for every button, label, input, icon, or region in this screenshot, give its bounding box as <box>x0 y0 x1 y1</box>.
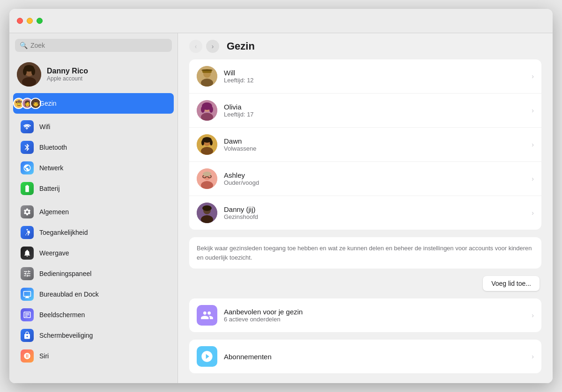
member-detail-olivia: Leeftijd: 17 <box>224 111 525 118</box>
screensaver-icon <box>21 308 34 321</box>
sidebar: 🔍 <box>9 33 178 383</box>
add-button-row: Voeg lid toe... <box>189 276 541 291</box>
sidebar-item-label-wifi: Wifi <box>39 123 50 131</box>
sidebar-item-wifi[interactable]: Wifi <box>13 116 174 137</box>
desktop-icon <box>21 288 34 301</box>
sidebar-item-weergave[interactable]: Weergave <box>13 243 174 263</box>
avatar-will <box>197 66 217 87</box>
sidebar-item-bureaublad[interactable]: Bureaublad en Dock <box>13 284 174 305</box>
wifi-icon <box>21 120 34 133</box>
back-button[interactable]: ‹ <box>189 40 202 53</box>
recommended-icon <box>197 305 217 326</box>
sidebar-item-netwerk[interactable]: Netwerk <box>13 158 174 178</box>
svg-point-25 <box>210 140 213 145</box>
member-row-ashley[interactable]: Ashley Ouder/voogd › <box>189 162 541 196</box>
member-detail-ashley: Ouder/voogd <box>224 179 525 186</box>
member-row-dawn[interactable]: Dawn Volwassene › <box>189 128 541 162</box>
avatar-dawn <box>197 134 217 155</box>
member-detail-will: Leeftijd: 12 <box>224 77 525 84</box>
svg-point-36 <box>202 205 212 211</box>
accessibility-icon <box>21 226 34 239</box>
search-bar[interactable]: 🔍 <box>15 39 172 52</box>
member-info-danny: Danny (jij) Gezinshoofd <box>224 205 525 220</box>
search-input[interactable] <box>30 42 167 49</box>
page-title: Gezin <box>227 40 255 52</box>
sidebar-item-gezin[interactable]: 🤠 👩 👨 Gezin <box>13 93 174 114</box>
members-card: Will Leeftijd: 12 › <box>189 59 541 230</box>
sidebar-item-batterij[interactable]: Batterij <box>13 178 174 199</box>
user-info: Danny Rico Apple account <box>47 67 88 82</box>
main-window: 🔍 <box>9 9 553 383</box>
svg-point-13 <box>201 69 213 71</box>
recommended-title: Aanbevolen voor je gezin <box>224 308 525 316</box>
avatar-ashley <box>197 168 217 189</box>
svg-point-24 <box>201 140 204 145</box>
member-row-danny[interactable]: Danny (jij) Gezinshoofd › <box>189 196 541 230</box>
chevron-dawn: › <box>532 141 534 148</box>
user-subtitle: Apple account <box>47 75 88 82</box>
sidebar-item-label-bureaublad: Bureaublad en Dock <box>39 290 99 298</box>
siri-icon <box>21 349 34 363</box>
traffic-lights <box>17 18 43 24</box>
sidebar-item-label-schermbeveiliging: Schermbeveiliging <box>39 332 93 339</box>
chevron-recommended: › <box>532 312 534 319</box>
svg-point-5 <box>23 68 27 75</box>
add-member-button[interactable]: Voeg lid toe... <box>483 276 540 291</box>
chevron-danny: › <box>532 209 534 217</box>
control-icon <box>21 267 34 280</box>
sidebar-item-label-netwerk: Netwerk <box>39 164 63 172</box>
display-icon <box>21 247 34 260</box>
sidebar-item-bedieningspaneel[interactable]: Bedieningspaneel <box>13 263 174 284</box>
network-icon <box>21 161 34 174</box>
sidebar-item-schermbeveiliging[interactable]: Schermbeveiliging <box>13 325 174 346</box>
member-info-olivia: Olivia Leeftijd: 17 <box>224 103 525 118</box>
forward-button[interactable]: › <box>206 40 219 53</box>
minimize-button[interactable] <box>27 18 33 24</box>
family-avatars: 🤠 👩 👨 <box>13 98 41 109</box>
member-name-dawn: Dawn <box>224 137 525 145</box>
member-row-will[interactable]: Will Leeftijd: 12 › <box>189 59 541 94</box>
member-name-danny: Danny (jij) <box>224 205 525 213</box>
search-icon: 🔍 <box>20 42 28 49</box>
sidebar-item-algemeen[interactable]: Algemeen <box>13 202 174 222</box>
description-card: Bekijk waar gezinsleden toegang toe hebb… <box>189 237 541 269</box>
bluetooth-icon <box>21 141 34 154</box>
subscriptions-card[interactable]: Abonnementen › <box>189 340 541 373</box>
member-info-ashley: Ashley Ouder/voogd <box>224 171 525 186</box>
user-name: Danny Rico <box>47 67 88 75</box>
content-area: 🔍 <box>9 33 553 383</box>
sidebar-item-bluetooth[interactable]: Bluetooth <box>13 137 174 158</box>
family-icon: 🤠 👩 👨 <box>21 97 34 110</box>
subscriptions-icon <box>197 346 217 367</box>
sidebar-item-label-beeldschermen: Beeldschermen <box>39 311 85 319</box>
close-button[interactable] <box>17 18 23 24</box>
avatar <box>17 62 41 87</box>
sidebar-item-label-algemeen: Algemeen <box>39 208 69 216</box>
recommended-info: Aanbevolen voor je gezin 6 actieve onder… <box>224 308 525 323</box>
description-text: Bekijk waar gezinsleden toegang toe hebb… <box>197 244 534 262</box>
screensec-icon <box>21 329 34 342</box>
svg-point-6 <box>31 68 35 75</box>
user-profile[interactable]: Danny Rico Apple account <box>9 58 177 93</box>
member-name-ashley: Ashley <box>224 171 525 179</box>
sidebar-item-label-weergave: Weergave <box>39 249 69 257</box>
sidebar-item-label-bluetooth: Bluetooth <box>39 144 67 151</box>
svg-point-7 <box>27 229 28 231</box>
main-content: ‹ › Gezin <box>178 33 553 383</box>
svg-point-19 <box>209 106 213 113</box>
member-row-olivia[interactable]: Olivia Leeftijd: 17 › <box>189 94 541 128</box>
recommended-card[interactable]: Aanbevolen voor je gezin 6 actieve onder… <box>189 298 541 332</box>
sidebar-item-toegankelijkheid[interactable]: Toegankelijkheid <box>13 222 174 243</box>
member-info-dawn: Dawn Volwassene <box>224 137 525 152</box>
subscriptions-title: Abonnementen <box>224 353 525 361</box>
sidebar-item-beeldschermen[interactable]: Beeldschermen <box>13 305 174 325</box>
title-bar <box>9 9 553 33</box>
maximize-button[interactable] <box>37 18 43 24</box>
sidebar-item-label-gezin: Gezin <box>39 100 57 107</box>
member-detail-dawn: Volwassene <box>224 145 525 152</box>
sidebar-item-siri[interactable]: Siri <box>13 346 174 366</box>
battery-icon <box>21 182 34 195</box>
main-inner: Will Leeftijd: 12 › <box>178 59 553 383</box>
svg-point-32 <box>203 172 211 176</box>
member-detail-danny: Gezinshoofd <box>224 213 525 220</box>
